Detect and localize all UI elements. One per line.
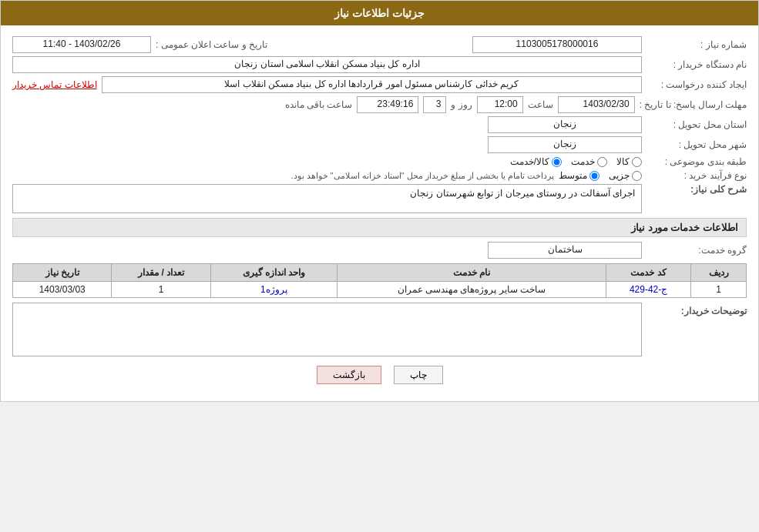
row-mohlat: مهلت ارسال پاسخ: تا تاریخ : 1403/02/30 س… [12,96,747,113]
services-table: ردیف کد خدمت نام خدمت واحد اندازه گیری ت… [12,263,747,298]
cell-tarikh: 1403/03/03 [13,282,112,298]
row-ostan: استان محل تحویل : زنجان [12,116,747,133]
row-sharhKoli: شرح کلی نیاز: اجرای آسفالت در روستای میر… [12,184,747,213]
ostan-value: زنجان [488,116,642,133]
btn-row: چاپ بازگشت [12,366,747,384]
page-wrapper: جزئیات اطلاعات نیاز شماره نیاز : 1103005… [0,0,759,402]
mohlat-date: 1403/02/30 [558,96,635,113]
col-tedad: تعداد / مقدار [112,264,210,282]
sharhKoli-label: شرح کلی نیاز: [646,184,747,195]
groupKhedmat-label: گروه خدمت: [646,245,747,256]
mohlat-roz-label: روز و [451,99,472,110]
groupKhedmat-value: ساختمان [488,242,642,259]
khadamat-section-title: اطلاعات خدمات مورد نیاز [12,218,747,237]
col-unit: واحد اندازه گیری [210,264,337,282]
novFarayand-label: نوع فرآیند خرید : [646,170,747,181]
col-name: نام خدمت [338,264,606,282]
radio-khedmat[interactable]: خدمت [571,156,607,167]
namDasgah-value: اداره کل بنیاد مسکن انقلاب اسلامی استان … [12,56,642,73]
shomareNiaz-label: شماره نیاز : [646,39,747,50]
shahr-label: شهر محل تحویل : [646,139,747,150]
mohlat-mande: 23:49:16 [357,96,418,113]
contact-link[interactable]: اطلاعات تماس خریدار [12,79,97,90]
row-shomareNiaz: شماره نیاز : 1103005178000016 تاریخ و سا… [12,36,747,53]
mohlat-saat: 12:00 [477,96,523,113]
row-novFarayand: نوع فرآیند خرید : متوسط جزیی پرداخت تاما… [12,170,747,181]
tabaghebandi-label: طبقه بندی موضوعی : [646,156,747,167]
novFarayand-radio-group: متوسط جزیی [559,170,642,181]
cell-unit: پروژه1 [210,282,337,298]
radio-jozi[interactable]: جزیی [609,170,642,181]
col-radif: ردیف [691,264,747,282]
ijadKonande-label: ایجاد کننده درخواست : [646,79,747,90]
radio-khedmat-input[interactable] [597,157,607,167]
radio-mottavasset-input[interactable] [589,171,599,181]
page-title: جزئیات اطلاعات نیاز [334,7,425,19]
sharhKoli-value: اجرای آسفالت در روستای میرجان از توابع ش… [12,184,642,213]
ijadKonande-value: کریم خدائی کارشناس مسئول امور قراردادها … [102,76,642,93]
novFarayand-desc: پرداخت تامام یا بخشی از مبلغ خریداز محل … [12,171,554,181]
radio-mottavasset-label: متوسط [559,170,587,181]
shahr-value: زنجان [488,136,642,153]
radio-kala-input[interactable] [632,157,642,167]
back-button[interactable]: بازگشت [317,366,381,384]
mohlat-saat-label: ساعت [528,99,553,110]
row-tozihat: توضیحات خریدار: [12,303,747,356]
namDasgah-label: نام دستگاه خریدار : [646,59,747,70]
col-kod: کد خدمت [606,264,691,282]
radio-kala-khedmat-label: کالا/خدمت [510,156,549,167]
radio-kala-label: کالا [616,156,630,167]
tabaghebandi-radio-group: کالا/خدمت خدمت کالا [510,156,642,167]
cell-radif: 1 [691,282,747,298]
mohlat-roz: 3 [423,96,446,113]
cell-kod: ج-42-429 [606,282,691,298]
row-namDasgah: نام دستگاه خریدار : اداره کل بنیاد مسکن … [12,56,747,73]
radio-jozi-input[interactable] [632,171,642,181]
radio-khedmat-label: خدمت [571,156,595,167]
table-row: 1ج-42-429ساخت سایر پروژه‌های مهندسی عمرا… [13,282,747,298]
mohlat-label: مهلت ارسال پاسخ: تا تاریخ : [640,99,747,110]
mohlat-mande-label: ساعت باقی مانده [285,99,353,110]
radio-mottavasset[interactable]: متوسط [559,170,599,181]
row-groupKhedmat: گروه خدمت: ساختمان [12,242,747,259]
page-header: جزئیات اطلاعات نیاز [1,1,758,25]
col-tarikh: تاریخ نیاز [13,264,112,282]
print-button[interactable]: چاپ [394,366,443,384]
row-tabaghebandi: طبقه بندی موضوعی : کالا/خدمت خدمت کالا [12,156,747,167]
tarikh-value: 1403/02/26 - 11:40 [12,36,151,53]
content-area: شماره نیاز : 1103005178000016 تاریخ و سا… [1,25,758,401]
ostan-label: استان محل تحویل : [646,119,747,130]
tozihat-textarea[interactable] [12,303,642,356]
radio-kala-khedmat-input[interactable] [552,157,562,167]
tozihat-label: توضیحات خریدار: [646,303,747,316]
shomareNiaz-value: 1103005178000016 [472,36,642,53]
cell-name: ساخت سایر پروژه‌های مهندسی عمران [338,282,606,298]
radio-kala-khedmat[interactable]: کالا/خدمت [510,156,562,167]
tarikh-label: تاریخ و ساعت اعلان عمومی : [156,39,267,50]
radio-kala[interactable]: کالا [616,156,642,167]
row-shahr: شهر محل تحویل : زنجان [12,136,747,153]
radio-jozi-label: جزیی [609,170,630,181]
row-ijadKonande: ایجاد کننده درخواست : کریم خدائی کارشناس… [12,76,747,93]
cell-tedad: 1 [112,282,210,298]
